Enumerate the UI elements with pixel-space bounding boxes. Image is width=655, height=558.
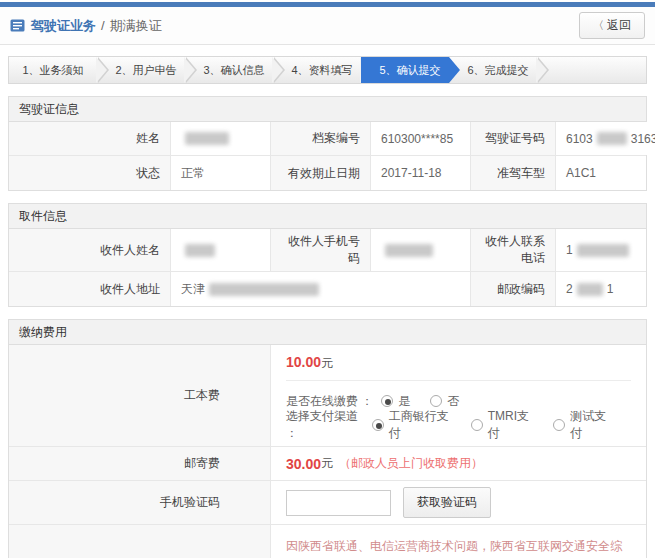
step-2-user-declaration[interactable]: 2、用户申告: [97, 57, 185, 83]
postage-fee-row: 邮寄费 30.00元 （邮政人员上门收取费用）: [9, 447, 646, 481]
step-6-complete-submit[interactable]: 6、完成提交: [449, 57, 537, 83]
file-no-value: 610300****85: [371, 122, 471, 155]
table-row: 收件人姓名 收件人手机号码 收件人联系电话 1: [9, 229, 646, 272]
radio-button-icon[interactable]: [471, 419, 483, 431]
breadcrumb-separator: /: [101, 18, 105, 33]
expiry-value: 2017-11-18: [371, 156, 471, 190]
online-pay-question: 是否在线缴费 ：: [286, 393, 373, 410]
license-info-section: 驾驶证信息 姓名 档案编号 610300****85 驾驶证号码 6103316…: [8, 96, 647, 191]
sms-notice-label: 短信接收提示: [9, 525, 271, 558]
license-section-title: 驾驶证信息: [9, 97, 646, 122]
radio-online-yes[interactable]: 是: [381, 393, 410, 410]
redacted-phone: [577, 244, 629, 257]
radio-button-icon[interactable]: [381, 395, 393, 407]
payment-section-title: 缴纳费用: [9, 320, 646, 345]
captcha-row: 手机验证码 获取验证码: [9, 481, 646, 525]
table-row: 姓名 档案编号 610300****85 驾驶证号码 61033163X: [9, 122, 646, 156]
back-button-label: 返回: [607, 18, 631, 32]
radio-channel-tmri[interactable]: TMRI支付: [471, 408, 534, 442]
redacted-recipient-name: [185, 244, 215, 257]
radio-channel-icbc[interactable]: 工商银行支付: [372, 408, 451, 442]
redacted-license-no: [597, 132, 627, 145]
radio-online-no[interactable]: 否: [430, 393, 459, 410]
chevron-left-icon: 〈: [593, 19, 604, 31]
recipient-name-label: 收件人姓名: [9, 229, 171, 271]
page-title: 驾驶证业务: [31, 17, 96, 35]
radio-button-icon[interactable]: [553, 419, 565, 431]
recipient-name-value: [171, 229, 271, 271]
pay-channel-question: 选择支付渠道 ：: [286, 408, 364, 442]
status-value: 正常: [171, 156, 271, 190]
step-5-confirm-submit[interactable]: 5、确认提交: [361, 57, 449, 83]
step-wizard: 1、业务须知 2、用户申告 3、确认信息 4、资料填写 5、确认提交 6、完成提…: [8, 56, 647, 84]
recipient-phone-label: 收件人联系电话: [471, 229, 556, 271]
radio-channel-test[interactable]: 测试支付: [553, 408, 611, 442]
address-label: 收件人地址: [9, 272, 171, 306]
recipient-mobile-label: 收件人手机号码: [271, 229, 371, 271]
name-value: [171, 122, 271, 155]
get-captcha-button[interactable]: 获取验证码: [403, 487, 491, 518]
captcha-label: 手机验证码: [9, 481, 271, 524]
postage-fee-label: 邮寄费: [9, 447, 271, 480]
zip-value: 21: [556, 272, 646, 306]
license-no-label: 驾驶证号码: [471, 122, 556, 155]
expiry-label: 有效期止日期: [271, 156, 371, 190]
step-1-business-notice[interactable]: 1、业务须知: [9, 57, 97, 83]
sms-notice-text: 因陕西省联通、电信运营商技术问题，陕西省互联网交通安全综合服务管理平台无法向持陕…: [286, 529, 631, 558]
table-row: 收件人地址 天津 邮政编码 21: [9, 272, 646, 306]
step-3-confirm-info[interactable]: 3、确认信息: [185, 57, 273, 83]
radio-button-icon[interactable]: [430, 395, 442, 407]
vehicle-type-label: 准驾车型: [471, 156, 556, 190]
address-value: 天津: [171, 272, 471, 306]
recipient-mobile-value: [371, 229, 471, 271]
pickup-section-title: 取件信息: [9, 204, 646, 229]
name-label: 姓名: [9, 122, 171, 155]
page-subtitle: 期满换证: [110, 17, 162, 35]
vehicle-type-value: A1C1: [556, 156, 646, 190]
production-fee-row: 工本费 10.00元 是否在线缴费 ： 是 否 选择支付渠道 ：: [9, 345, 646, 447]
back-button[interactable]: 〈返回: [579, 12, 645, 39]
redacted-name: [185, 132, 229, 145]
table-row: 状态 正常 有效期止日期 2017-11-18 准驾车型 A1C1: [9, 156, 646, 190]
postage-fee-value: 30.00元 （邮政人员上门收取费用）: [271, 447, 646, 480]
file-no-label: 档案编号: [271, 122, 371, 155]
payment-section: 缴纳费用 工本费 10.00元 是否在线缴费 ： 是 否 选择支付渠道 ：: [8, 319, 647, 558]
redacted-address: [209, 283, 319, 296]
redacted-zip: [577, 283, 603, 296]
postage-note: （邮政人员上门收取费用）: [339, 455, 483, 472]
license-no-value: 61033163X: [556, 122, 655, 155]
redacted-mobile: [385, 244, 433, 257]
production-fee-label: 工本费: [9, 345, 271, 446]
zip-label: 邮政编码: [471, 272, 556, 306]
pickup-info-section: 取件信息 收件人姓名 收件人手机号码 收件人联系电话 1 收件人地址 天津 邮政…: [8, 203, 647, 307]
sms-notice-row: 短信接收提示 因陕西省联通、电信运营商技术问题，陕西省互联网交通安全综合服务管理…: [9, 525, 646, 558]
radio-button-icon[interactable]: [372, 419, 384, 431]
step-4-fill-materials[interactable]: 4、资料填写: [273, 57, 361, 83]
production-fee-amount: 10.00元: [286, 345, 631, 381]
captcha-input[interactable]: [286, 490, 391, 516]
document-icon: [10, 19, 25, 32]
status-label: 状态: [9, 156, 171, 190]
recipient-phone-value: 1: [556, 229, 646, 271]
page-header: 驾驶证业务 / 期满换证 〈返回: [0, 7, 655, 45]
